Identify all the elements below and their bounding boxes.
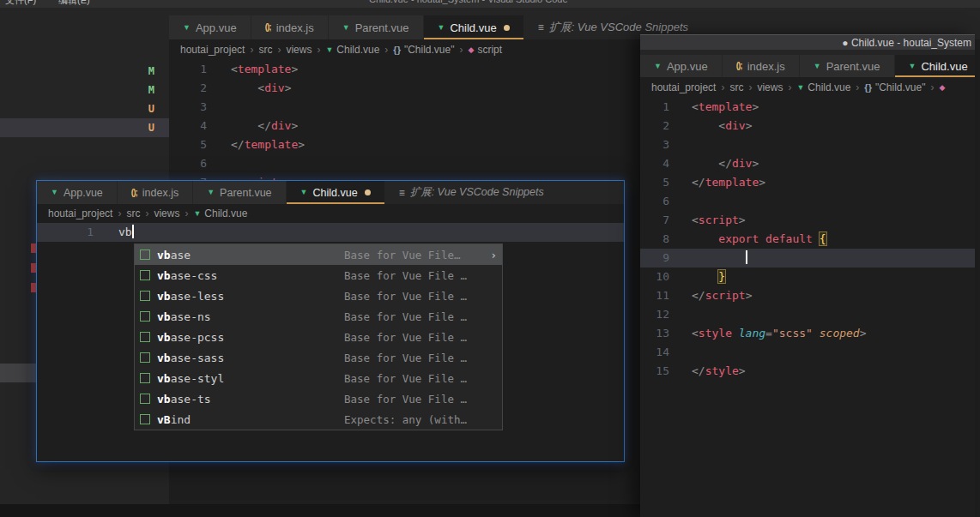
scm-file-row[interactable]: U — [0, 99, 169, 118]
bottom-strip — [0, 504, 640, 517]
breadcrumb-item[interactable]: views — [286, 44, 312, 56]
breadcrumb-separator: › — [277, 44, 281, 56]
editor-tab[interactable]: ≡扩展: Vue VSCode Snippets — [385, 181, 558, 204]
breadcrumb-separator: › — [721, 81, 724, 93]
git-status-badge: U — [148, 122, 154, 134]
line-number: 1 — [169, 60, 207, 79]
editor-tab[interactable]: ▼Parent.vue — [193, 181, 285, 204]
js-icon: (); — [131, 189, 137, 197]
read-more-icon[interactable]: › — [490, 249, 497, 262]
editor-tab[interactable]: ();index.js — [251, 15, 328, 39]
breadcrumb-separator: › — [250, 44, 253, 56]
suggestion-description: Base for Vue File … — [344, 331, 497, 344]
tab-label: 扩展: Vue VSCode Snippets — [549, 20, 688, 35]
code-editor[interactable]: 1vb — [37, 223, 624, 242]
breadcrumb-item[interactable]: ▼Child.vue — [325, 44, 379, 56]
git-status-badge: U — [148, 103, 154, 115]
code-line: 8 export default { — [640, 230, 975, 249]
suggestion-item[interactable]: vbase-sassBase for Vue File … — [135, 347, 502, 368]
breadcrumb-separator: › — [788, 81, 791, 93]
vue-icon: ▼ — [814, 63, 821, 70]
breadcrumb-separator: › — [317, 44, 320, 56]
menubar-item[interactable]: 文件(F) — [5, 0, 36, 7]
suggestion-label: vbase-styl — [157, 372, 344, 385]
vue-icon: ▼ — [207, 189, 215, 196]
editor-tab[interactable]: ▼Parent.vue — [329, 15, 423, 39]
breadcrumb-item[interactable]: ◆ — [939, 84, 948, 92]
breadcrumb-item[interactable]: src — [729, 81, 743, 93]
editor-tab[interactable]: ▼Child.vue — [424, 15, 523, 39]
code-text: </template> — [207, 135, 305, 154]
scm-file-row[interactable]: M — [0, 62, 169, 81]
breadcrumb-item[interactable]: houtai_project — [651, 81, 716, 93]
text-cursor — [746, 250, 747, 264]
line-number: 4 — [169, 117, 207, 135]
editor-tab[interactable]: ▼App.vue — [640, 55, 722, 77]
breadcrumb-item[interactable]: ◆script — [468, 44, 502, 56]
breadcrumb-item[interactable]: {}"Child.vue" — [864, 81, 925, 93]
code-line: 12 — [640, 305, 975, 324]
breadcrumb-item[interactable]: ▼Child.vue — [796, 81, 850, 93]
vue-icon: ▼ — [796, 84, 804, 92]
editor-tab[interactable]: ();index.js — [118, 181, 192, 204]
snippet-icon — [140, 352, 150, 363]
code-text: <style lang="scss" scoped> — [669, 324, 867, 343]
snippet-icon — [140, 373, 150, 383]
code-line: 1vb — [37, 223, 624, 242]
suggestion-description: Expects: any (with… — [344, 413, 497, 426]
suggestion-label: vbase-css — [157, 269, 344, 282]
suggestion-item[interactable]: vbase-nsBase for Vue File … — [135, 306, 502, 327]
line-number: 1 — [37, 223, 94, 242]
suggestion-item[interactable]: vBindExpects: any (with… — [135, 409, 502, 430]
editor-tab[interactable]: ▼App.vue — [37, 181, 117, 204]
scm-file-row[interactable]: M — [0, 81, 169, 99]
suggestion-item[interactable]: vbaseBase for Vue File…› — [135, 244, 502, 265]
editor-tab[interactable]: ▼Parent.vue — [800, 55, 894, 77]
breadcrumb-label: Child.vue — [204, 207, 247, 219]
scm-file-row[interactable]: U — [0, 118, 169, 137]
dirty-dot[interactable] — [504, 25, 510, 31]
vue-icon: ▼ — [325, 46, 333, 54]
js-icon: (); — [736, 62, 742, 70]
line-number: 2 — [169, 79, 207, 98]
suggestion-item[interactable]: vbase-lessBase for Vue File … — [135, 286, 502, 306]
suggestion-item[interactable]: vbase-cssBase for Vue File … — [135, 265, 502, 286]
breadcrumb-label: Child.vue — [336, 44, 379, 56]
braces-icon: {} — [864, 83, 872, 93]
breadcrumb-item[interactable]: src — [258, 44, 272, 56]
line-number: 2 — [640, 117, 669, 135]
line-number: 6 — [169, 154, 207, 173]
line-number: 13 — [640, 324, 669, 343]
dirty-dot[interactable] — [365, 189, 371, 195]
tab-label: index.js — [747, 60, 785, 73]
breadcrumb-label: houtai_project — [651, 81, 716, 93]
suggestion-item[interactable]: vbase-pcssBase for Vue File … — [135, 327, 502, 347]
floating-editor-window: ▼App.vue();index.js▼Parent.vue▼Child.vue… — [36, 180, 625, 462]
menubar-item[interactable]: 编辑(E) — [58, 0, 90, 7]
breadcrumb-item[interactable]: ▼Child.vue — [193, 207, 247, 219]
code-text: vb — [94, 223, 134, 242]
editor-tab[interactable]: ();index.js — [723, 55, 799, 77]
line-number: 7 — [640, 211, 669, 230]
tab-label: 扩展: Vue VSCode Snippets — [410, 185, 544, 200]
breadcrumb-item[interactable]: views — [757, 81, 783, 93]
code-line: 3 — [640, 135, 975, 154]
breadcrumb-item[interactable]: views — [154, 207, 179, 219]
editor-tab[interactable]: ▼App.vue — [169, 15, 251, 39]
breadcrumb-item[interactable]: houtai_project — [48, 207, 112, 219]
suggestion-item[interactable]: vbase-stylBase for Vue File … — [135, 368, 502, 388]
editor-tab[interactable]: ▼Child.vue — [287, 181, 384, 204]
code-editor[interactable]: 1<template>2 <div>34 </div>5</template>6… — [640, 98, 975, 381]
breadcrumb-label: houtai_project — [180, 44, 245, 56]
line-number: 5 — [169, 135, 207, 154]
breadcrumb-item[interactable]: houtai_project — [180, 44, 245, 56]
breadcrumb-item[interactable]: src — [126, 207, 140, 219]
code-text: <div> — [669, 117, 752, 135]
suggestion-label: vbase — [157, 249, 344, 262]
suggestion-description: Base for Vue File … — [344, 310, 497, 323]
suggestion-item[interactable]: vbase-tsBase for Vue File … — [135, 388, 502, 409]
vue-icon: ▼ — [342, 24, 350, 32]
editor-tab[interactable]: ▼Child.vue — [895, 55, 976, 77]
code-text: <div> — [207, 79, 291, 98]
breadcrumb-item[interactable]: {}"Child.vue" — [393, 44, 454, 56]
